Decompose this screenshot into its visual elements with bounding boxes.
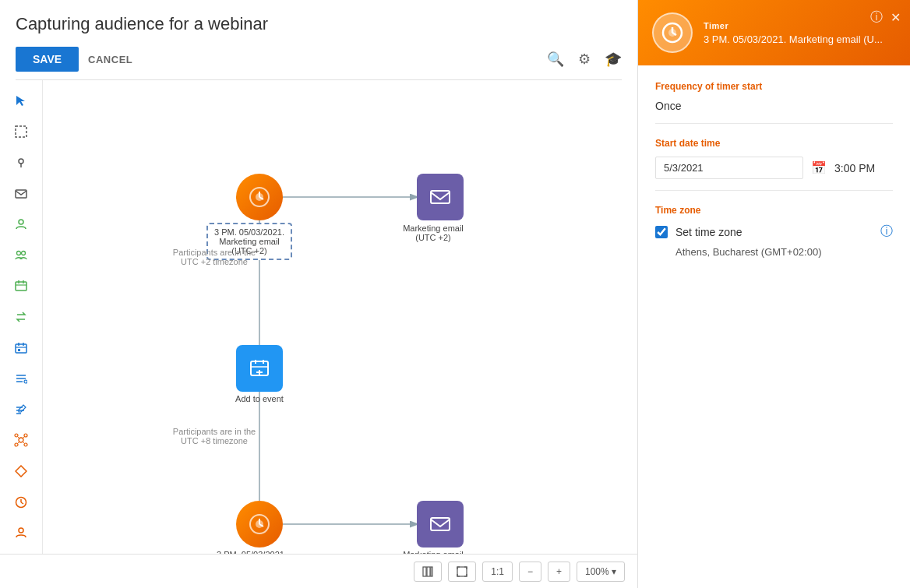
svg-rect-1	[16, 126, 26, 137]
sidebar-item-group[interactable]	[7, 242, 35, 269]
timer-header-title: Timer	[704, 21, 883, 30]
header-icons: 🔍 ⚙ 🎓	[547, 51, 622, 68]
email2-label: Marketing email (UTC +8)	[398, 550, 468, 554]
ratio-button[interactable]: 1:1	[482, 562, 513, 582]
timezone-label: Time zone	[655, 205, 893, 216]
svg-point-37	[19, 528, 23, 533]
svg-marker-33	[16, 466, 26, 477]
zoom-in-button[interactable]: +	[548, 562, 570, 582]
event-node[interactable]	[236, 345, 283, 392]
sidebar-item-edit[interactable]	[7, 396, 35, 423]
cancel-button[interactable]: CANCEL	[88, 54, 132, 65]
svg-rect-60	[431, 567, 432, 576]
timer-header-sub: 3 PM. 05/03/2021. Marketing email (U...	[704, 33, 883, 45]
toolbar: SAVE CANCEL 🔍 ⚙ 🎓	[16, 47, 622, 80]
svg-line-30	[23, 437, 24, 438]
columns-button[interactable]	[414, 562, 442, 582]
diagram-canvas[interactable]: 3 PM. 05/03/2021. Marketing email (UTC +…	[43, 80, 637, 554]
page-title: Capturing audience for a webinar	[16, 14, 622, 34]
svg-point-6	[17, 251, 21, 255]
right-panel: ⓘ ✕ Timer 3 PM. 05/03/2021. Marketing em…	[637, 0, 910, 588]
svg-rect-16	[18, 349, 20, 351]
sidebar-item-contact[interactable]	[7, 519, 35, 546]
connections-svg	[43, 80, 637, 554]
sidebar	[0, 80, 43, 554]
timer-header: ⓘ ✕ Timer 3 PM. 05/03/2021. Marketing em…	[638, 0, 910, 65]
timer-header-actions: ⓘ ✕	[870, 9, 901, 26]
timer-info-button[interactable]: ⓘ	[870, 9, 883, 26]
svg-rect-58	[423, 567, 426, 576]
sidebar-item-calendar[interactable]	[7, 335, 35, 361]
svg-point-20	[24, 380, 27, 383]
date-time-row: 📅 3:00 PM	[655, 157, 893, 179]
sidebar-item-calendar-event[interactable]	[7, 273, 35, 300]
svg-rect-59	[427, 567, 430, 576]
timezone-info-icon[interactable]: ⓘ	[880, 224, 893, 240]
timezone-row: Set time zone ⓘ	[655, 224, 893, 240]
set-timezone-label: Set time zone	[675, 226, 742, 238]
sidebar-item-clock[interactable]	[7, 489, 35, 516]
email1-node[interactable]	[417, 174, 464, 220]
event-label: Add to event	[225, 394, 294, 403]
timer2-node[interactable]	[236, 501, 283, 548]
sidebar-item-cursor[interactable]	[7, 88, 35, 114]
svg-point-5	[19, 220, 23, 224]
zoom-level-button[interactable]: 100% ▾	[577, 562, 625, 582]
svg-rect-8	[16, 282, 26, 290]
timer-close-button[interactable]: ✕	[891, 9, 901, 26]
svg-line-36	[21, 502, 23, 504]
calendar-picker-icon[interactable]: 📅	[811, 160, 827, 175]
sidebar-item-diamond[interactable]	[7, 458, 35, 484]
sidebar-item-person[interactable]	[7, 211, 35, 238]
timer2-label: 3 PM. 05/03/2021. Marketing email (UTC +…	[214, 550, 289, 554]
svg-rect-61	[457, 567, 467, 576]
sidebar-item-list[interactable]	[7, 365, 35, 392]
sidebar-item-network[interactable]	[7, 428, 35, 454]
divider-2	[655, 190, 893, 191]
email1-label: Marketing email (UTC +2)	[398, 224, 468, 242]
header: Capturing audience for a webinar SAVE CA…	[0, 0, 637, 80]
timezone-value: Athens, Bucharest (GMT+02:00)	[675, 246, 893, 258]
svg-line-32	[23, 442, 24, 443]
sidebar-item-email[interactable]	[7, 181, 35, 207]
svg-point-26	[24, 434, 27, 437]
fit-button[interactable]	[448, 562, 476, 582]
bottom-bar: 1:1 − + 100% ▾	[0, 554, 637, 588]
set-timezone-checkbox[interactable]	[655, 226, 668, 238]
svg-point-2	[19, 159, 23, 164]
frequency-label: Frequency of timer start	[655, 81, 893, 92]
svg-marker-0	[16, 96, 25, 106]
sidebar-item-pin[interactable]	[7, 150, 35, 176]
settings-icon[interactable]: ⚙	[578, 51, 591, 68]
date-input[interactable]	[655, 157, 803, 179]
panel-body: Frequency of timer start Once Start date…	[638, 65, 910, 588]
svg-line-29	[18, 437, 19, 438]
zoom-out-button[interactable]: −	[519, 562, 541, 582]
svg-rect-4	[16, 190, 26, 198]
timer1-node[interactable]	[236, 174, 283, 220]
svg-rect-12	[16, 344, 26, 353]
sidebar-item-repeat[interactable]	[7, 304, 35, 330]
timer-header-text: Timer 3 PM. 05/03/2021. Marketing email …	[704, 21, 883, 45]
frequency-value: Once	[655, 100, 893, 112]
time-value: 3:00 PM	[834, 162, 875, 174]
svg-rect-46	[431, 191, 450, 203]
svg-point-27	[15, 443, 18, 446]
svg-point-7	[22, 251, 26, 255]
save-button[interactable]: SAVE	[16, 47, 79, 72]
email2-node[interactable]	[417, 501, 464, 548]
timer-header-icon	[652, 12, 693, 53]
search-icon[interactable]: 🔍	[547, 51, 564, 68]
graduation-icon[interactable]: 🎓	[605, 51, 622, 68]
sidebar-item-select[interactable]	[7, 119, 35, 146]
svg-point-25	[15, 434, 18, 437]
svg-point-28	[24, 443, 27, 446]
canvas-body: 3 PM. 05/03/2021. Marketing email (UTC +…	[0, 80, 637, 554]
branch-label-2: Participants are in the UTC +8 timezone	[164, 427, 265, 445]
branch-label-1: Participants are in the UTC +2 timezone	[164, 248, 265, 266]
start-date-label: Start date time	[655, 138, 893, 149]
svg-line-31	[18, 442, 19, 443]
svg-rect-57	[431, 518, 450, 530]
divider-1	[655, 123, 893, 124]
